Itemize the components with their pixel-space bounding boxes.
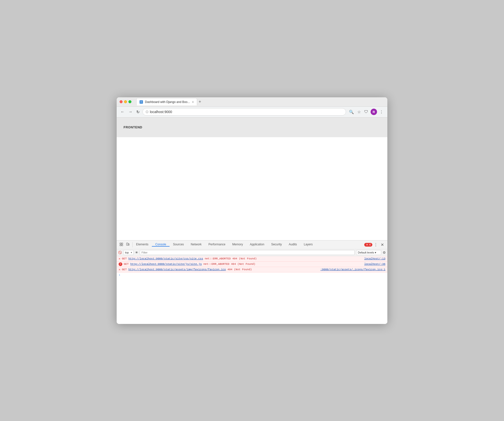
svg-rect-3 [122, 245, 123, 246]
error-url-2[interactable]: http://localhost:9000/static/site/js/sit… [130, 263, 202, 266]
log-levels-selector[interactable]: Default levels ▾ [356, 250, 381, 255]
error-message-2: GET http://localhost:9000/static/site/js… [124, 263, 362, 266]
filter-input[interactable] [140, 250, 355, 255]
error-source-1[interactable]: localhost/:13 [364, 257, 385, 260]
log-levels-wrapper: Default levels ▾ [356, 250, 381, 255]
devtools-tabs: Elements Console Sources Network Perform… [133, 243, 362, 247]
tab-performance[interactable]: Performance [205, 243, 229, 247]
nav-actions: 🔍 ☆ 🛡 R ⋮ [348, 109, 384, 115]
tab-audits[interactable]: Audits [285, 243, 300, 247]
traffic-lights [120, 100, 131, 103]
svg-rect-1 [122, 243, 123, 244]
svg-rect-5 [128, 244, 129, 245]
lock-icon: ⓘ [146, 110, 148, 114]
address-bar[interactable]: ⓘ localhost:9000 [142, 108, 346, 116]
tab-application[interactable]: Application [246, 243, 268, 247]
error-message-1: GET http://localhost:9000/static/site/cs… [122, 257, 362, 260]
devtools-close-icon[interactable]: ✕ [379, 242, 385, 247]
context-selector[interactable]: top [123, 250, 134, 255]
console-toolbar: 🚫 top ▼ 👁 Default levels ▾ ⚙ [117, 249, 387, 256]
menu-icon[interactable]: ⋮ [378, 109, 384, 115]
error-icon-3: ✕ [119, 268, 120, 271]
console-input-row: › [117, 272, 387, 278]
bookmark-icon[interactable]: ☆ [356, 109, 362, 115]
tab-favicon: D [140, 100, 143, 104]
svg-rect-4 [126, 243, 128, 245]
console-cursor-icon: › [119, 273, 120, 277]
error-badge-2: 2 [119, 262, 122, 266]
context-selector-wrapper: top ▼ [123, 250, 134, 255]
console-messages: ✕ GET http://localhost:9000/static/site/… [117, 256, 387, 324]
minimize-button[interactable] [124, 100, 127, 103]
svg-rect-0 [120, 243, 121, 244]
shield-icon[interactable]: 🛡 [363, 109, 369, 115]
tab-layers[interactable]: Layers [300, 243, 316, 247]
back-button[interactable]: ← [120, 109, 126, 115]
devtools-right-controls: ✕ 4 ⋮ ✕ [362, 242, 387, 247]
maximize-button[interactable] [128, 100, 131, 103]
error-badge-icon: ✕ [366, 243, 368, 246]
error-count: 4 [369, 243, 371, 246]
error-source-3[interactable]: :9000/static/assets/…icons/favicon.ico:1 [320, 268, 385, 271]
clear-console-icon[interactable]: 🚫 [118, 251, 122, 254]
console-error-row-3: ✕ GET http://localhost:9000/static/asset… [117, 267, 387, 272]
avatar[interactable]: R [371, 109, 377, 115]
devtools-panel: Elements Console Sources Network Perform… [117, 240, 387, 324]
tab-close-icon[interactable]: × [192, 100, 194, 104]
new-tab-button[interactable]: + [197, 98, 203, 105]
close-button[interactable] [120, 100, 123, 103]
error-source-2[interactable]: localhost/:36 [364, 263, 385, 266]
title-bar: D Dashboard with Django and Boo... × + [117, 97, 387, 107]
tab-elements[interactable]: Elements [133, 243, 152, 247]
tab-bar: D Dashboard with Django and Boo... × + [136, 98, 384, 105]
error-url-1[interactable]: http://localhost:9000/static/site/css/si… [128, 257, 203, 260]
device-toolbar-icon[interactable] [125, 242, 130, 247]
error-icon-1: ✕ [119, 257, 120, 261]
tab-security[interactable]: Security [268, 243, 285, 247]
url-text: localhost:9000 [150, 110, 343, 114]
console-error-row-2: 2 GET http://localhost:9000/static/site/… [117, 262, 387, 267]
console-error-row-1: ✕ GET http://localhost:9000/static/site/… [117, 256, 387, 262]
inspect-element-icon[interactable] [119, 242, 124, 247]
eye-icon[interactable]: 👁 [135, 251, 138, 254]
tab-console[interactable]: Console [152, 243, 170, 247]
webpage-area: FRONTEND [117, 118, 387, 240]
error-url-3[interactable]: http://localhost:9000/static/assets/img/… [128, 268, 226, 271]
tab-title: Dashboard with Django and Boo... [145, 100, 190, 104]
tab-network[interactable]: Network [187, 243, 205, 247]
error-count-badge: ✕ 4 [364, 243, 372, 247]
nav-bar: ← → ↻ ⓘ localhost:9000 🔍 ☆ 🛡 R ⋮ [117, 107, 387, 118]
devtools-more-options-icon[interactable]: ⋮ [374, 242, 378, 247]
error-message-3: GET http://localhost:9000/static/assets/… [122, 268, 318, 271]
devtools-icon-group [117, 242, 133, 247]
console-settings-icon[interactable]: ⚙ [383, 251, 386, 254]
reload-button[interactable]: ↻ [135, 109, 141, 115]
tab-memory[interactable]: Memory [229, 243, 246, 247]
tab-sources[interactable]: Sources [170, 243, 187, 247]
active-tab[interactable]: D Dashboard with Django and Boo... × [136, 98, 197, 105]
page-title: FRONTEND [124, 125, 142, 129]
search-icon[interactable]: 🔍 [348, 109, 355, 115]
page-content: FRONTEND [117, 118, 387, 324]
devtools-toolbar: Elements Console Sources Network Perform… [117, 240, 387, 249]
svg-rect-2 [120, 245, 121, 246]
browser-window: D Dashboard with Django and Boo... × + ←… [117, 97, 387, 324]
webpage-header: FRONTEND [117, 118, 387, 137]
forward-button[interactable]: → [127, 109, 133, 115]
